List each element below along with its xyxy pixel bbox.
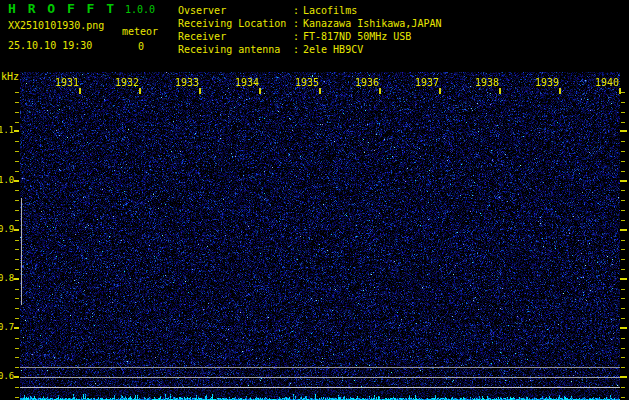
freq-minor-tick-right <box>621 259 625 260</box>
time-tick-label: 1940 <box>593 77 619 88</box>
freq-minor-tick-left <box>15 141 19 142</box>
freq-minor-tick-right <box>621 249 625 250</box>
freq-minor-tick-right <box>621 298 625 299</box>
freq-tick-label: 0.7 <box>0 322 14 332</box>
freq-major-tick-right <box>620 278 627 280</box>
freq-major-tick-left <box>14 376 19 378</box>
freq-minor-tick-right <box>621 102 625 103</box>
freq-minor-tick-right <box>621 151 625 152</box>
freq-minor-tick-left <box>15 220 19 221</box>
freq-minor-tick-left <box>15 92 19 93</box>
time-tick-label: 1934 <box>233 77 259 88</box>
freq-minor-tick-right <box>621 289 625 290</box>
time-tick <box>139 88 141 94</box>
freq-minor-tick-right <box>621 210 625 211</box>
freq-minor-tick-left <box>15 367 19 368</box>
spectrogram-canvas <box>20 72 620 387</box>
freq-minor-tick-left <box>15 259 19 260</box>
left-edge-marker-line <box>21 198 22 305</box>
freq-minor-tick-left <box>15 348 19 349</box>
freq-minor-tick-left <box>15 122 19 123</box>
freq-major-tick-left <box>14 180 19 182</box>
freq-minor-tick-left <box>15 298 19 299</box>
freq-minor-tick-left <box>15 269 19 270</box>
time-tick-label: 1932 <box>113 77 139 88</box>
freq-minor-tick-right <box>621 308 625 309</box>
freq-minor-tick-right <box>621 92 625 93</box>
time-tick <box>499 88 501 94</box>
freq-major-tick-right <box>620 180 627 182</box>
freq-minor-tick-left <box>15 289 19 290</box>
time-tick <box>439 88 441 94</box>
freq-major-tick-right <box>620 376 627 378</box>
freq-minor-tick-left <box>15 171 19 172</box>
freq-minor-tick-left <box>15 338 19 339</box>
time-tick-label: 1938 <box>473 77 499 88</box>
freq-minor-tick-right <box>621 348 625 349</box>
time-tick-label: 1935 <box>293 77 319 88</box>
freq-tick-label: 1.1 <box>0 125 14 135</box>
freq-minor-tick-left <box>15 151 19 152</box>
freq-minor-tick-right <box>621 318 625 319</box>
freq-major-tick-left <box>14 229 19 231</box>
freq-minor-tick-left <box>15 210 19 211</box>
freq-minor-tick-left <box>15 308 19 309</box>
freq-minor-tick-right <box>621 367 625 368</box>
freq-minor-tick-left <box>15 112 19 113</box>
freq-minor-tick-right <box>621 240 625 241</box>
freq-minor-tick-left <box>15 318 19 319</box>
time-tick-label: 1936 <box>353 77 379 88</box>
freq-minor-tick-left <box>15 102 19 103</box>
freq-minor-tick-left <box>15 357 19 358</box>
freq-minor-tick-right <box>621 357 625 358</box>
freq-minor-tick-right <box>621 387 625 388</box>
freq-major-tick-right <box>620 130 627 132</box>
time-tick <box>319 88 321 94</box>
time-tick <box>379 88 381 94</box>
freq-minor-tick-right <box>621 338 625 339</box>
time-tick <box>79 88 81 94</box>
time-tick-label: 1939 <box>533 77 559 88</box>
freq-major-tick-left <box>14 278 19 280</box>
freq-minor-tick-right <box>621 171 625 172</box>
freq-minor-tick-right <box>621 190 625 191</box>
time-tick <box>199 88 201 94</box>
khz-axis-unit: kHz <box>1 71 19 82</box>
freq-minor-tick-left <box>15 161 19 162</box>
freq-minor-tick-right <box>621 397 625 398</box>
freq-minor-tick-left <box>15 200 19 201</box>
freq-tick-label: 0.9 <box>0 224 14 234</box>
freq-minor-tick-right <box>621 220 625 221</box>
freq-minor-tick-right <box>621 161 625 162</box>
freq-tick-label: 0.8 <box>0 273 14 283</box>
time-tick-label: 1931 <box>53 77 79 88</box>
freq-major-tick-left <box>14 327 19 329</box>
time-tick <box>259 88 261 94</box>
freq-tick-label: 1.0 <box>0 175 14 185</box>
hrofft-window: H R O F F T 1.0.0 XX2510101930.png meteo… <box>0 0 629 400</box>
time-tick-label: 1937 <box>413 77 439 88</box>
freq-major-tick-left <box>14 130 19 132</box>
freq-minor-tick-right <box>621 112 625 113</box>
reference-line <box>20 387 620 388</box>
freq-tick-label: 0.6 <box>0 371 14 381</box>
freq-minor-tick-right <box>621 269 625 270</box>
reference-line <box>20 377 620 378</box>
freq-minor-tick-left <box>15 387 19 388</box>
freq-minor-tick-left <box>15 240 19 241</box>
reference-line <box>20 367 620 368</box>
freq-minor-tick-right <box>621 141 625 142</box>
freq-major-tick-right <box>620 229 627 231</box>
spectrogram-plot: kHz 1.11.00.90.80.70.6193119321933193419… <box>0 0 629 400</box>
freq-minor-tick-left <box>15 397 19 398</box>
freq-minor-tick-right <box>621 200 625 201</box>
time-tick-label: 1933 <box>173 77 199 88</box>
freq-minor-tick-left <box>15 249 19 250</box>
time-tick <box>619 88 621 94</box>
freq-major-tick-right <box>620 327 627 329</box>
freq-minor-tick-left <box>15 190 19 191</box>
time-tick <box>559 88 561 94</box>
signal-level-canvas <box>20 387 620 400</box>
freq-minor-tick-right <box>621 122 625 123</box>
